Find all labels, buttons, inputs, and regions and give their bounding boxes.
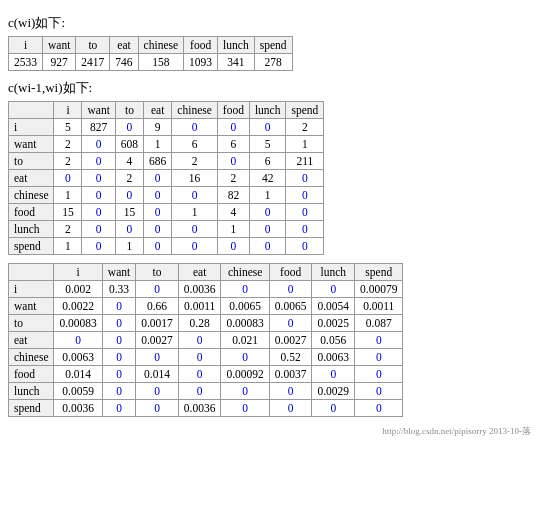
cell: 0: [269, 281, 312, 298]
cell: 0: [102, 315, 135, 332]
table-row: spend0.0036000.00360000: [9, 400, 403, 417]
cell: 686: [144, 153, 172, 170]
cell: 0: [217, 153, 249, 170]
col-header: want: [43, 37, 76, 54]
cell: 0: [286, 187, 324, 204]
cell: 0: [136, 383, 179, 400]
row-header: to: [9, 315, 54, 332]
cell: 1: [144, 136, 172, 153]
cell: 0: [82, 170, 115, 187]
table-row: lunch0.0059000000.00290: [9, 383, 403, 400]
cell: 0: [355, 400, 403, 417]
cell: 0: [269, 315, 312, 332]
cell: 0.0011: [178, 298, 221, 315]
cell: 5: [54, 119, 82, 136]
col-header: [9, 102, 54, 119]
row-header: spend: [9, 238, 54, 255]
col-header: i: [54, 264, 102, 281]
watermark: http://blog.csdn.net/pipisorry 2013-10-落: [8, 425, 531, 438]
cell: 0.00079: [355, 281, 403, 298]
col-header: to: [76, 37, 110, 54]
row-header: eat: [9, 170, 54, 187]
cell: 0.0054: [312, 298, 355, 315]
cell: 0: [286, 204, 324, 221]
col-header: lunch: [312, 264, 355, 281]
table-row: eat000.002700.0210.00270.0560: [9, 332, 403, 349]
col-header: lunch: [249, 102, 286, 119]
cell: 927: [43, 54, 76, 71]
row-header: want: [9, 136, 54, 153]
col-header: to: [115, 102, 143, 119]
cell: 0: [102, 298, 135, 315]
table-cwi1wi: iwanttoeatchinesefoodlunchspend i5827090…: [8, 101, 324, 255]
cell: 2: [54, 153, 82, 170]
table-row: to204686206211: [9, 153, 324, 170]
cell: 0: [102, 383, 135, 400]
cell: 0: [82, 204, 115, 221]
col-header: eat: [178, 264, 221, 281]
table-row: 253392724177461581093341278: [9, 54, 293, 71]
cell: 0: [221, 281, 269, 298]
cell: 0: [286, 170, 324, 187]
cell: 0: [136, 281, 179, 298]
cell: 0: [355, 366, 403, 383]
cell: 6: [249, 153, 286, 170]
cell: 0: [286, 221, 324, 238]
cell: 0.0037: [269, 366, 312, 383]
cell: 2: [217, 170, 249, 187]
col-header: to: [136, 264, 179, 281]
cell: 0: [249, 204, 286, 221]
cell: 1: [172, 204, 217, 221]
cell: 15: [54, 204, 82, 221]
cell: 9: [144, 119, 172, 136]
cell: 1: [54, 187, 82, 204]
cell: 0.0022: [54, 298, 102, 315]
col-header: spend: [355, 264, 403, 281]
cell: 0.0065: [269, 298, 312, 315]
row-header: food: [9, 366, 54, 383]
table-row: chinese0.006300000.520.00630: [9, 349, 403, 366]
cell: 0: [115, 221, 143, 238]
cell: 6: [172, 136, 217, 153]
cell: 0.0036: [178, 281, 221, 298]
cell: 0: [312, 366, 355, 383]
cell: 278: [254, 54, 292, 71]
table-row: want0.002200.660.00110.00650.00650.00540…: [9, 298, 403, 315]
row-header: want: [9, 298, 54, 315]
cell: 0: [178, 349, 221, 366]
table-row: spend10100000: [9, 238, 324, 255]
cell: 0: [144, 221, 172, 238]
cell: 0.66: [136, 298, 179, 315]
cell: 0: [178, 366, 221, 383]
row-header: spend: [9, 400, 54, 417]
cell: 0.0059: [54, 383, 102, 400]
cell: 341: [218, 54, 255, 71]
cell: 0: [355, 383, 403, 400]
col-header: i: [54, 102, 82, 119]
cell: 0.33: [102, 281, 135, 298]
cell: 0: [221, 349, 269, 366]
cell: 0: [144, 238, 172, 255]
cell: 0.28: [178, 315, 221, 332]
table-row: lunch20000100: [9, 221, 324, 238]
cell: 0.002: [54, 281, 102, 298]
row-header: food: [9, 204, 54, 221]
cell: 1: [54, 238, 82, 255]
cell: 158: [138, 54, 183, 71]
cell: 0.0011: [355, 298, 403, 315]
table-row: eat0020162420: [9, 170, 324, 187]
col-header: chinese: [138, 37, 183, 54]
cell: 0: [82, 136, 115, 153]
cell: 0: [269, 400, 312, 417]
cell: 2417: [76, 54, 110, 71]
cell: 0.0027: [269, 332, 312, 349]
cell: 4: [115, 153, 143, 170]
cell: 0: [144, 187, 172, 204]
col-header: food: [269, 264, 312, 281]
cell: 0: [312, 400, 355, 417]
cell: 0.0065: [221, 298, 269, 315]
cell: 0: [221, 383, 269, 400]
cell: 0: [312, 281, 355, 298]
cell: 0: [172, 187, 217, 204]
table-row: food0.01400.01400.000920.003700: [9, 366, 403, 383]
